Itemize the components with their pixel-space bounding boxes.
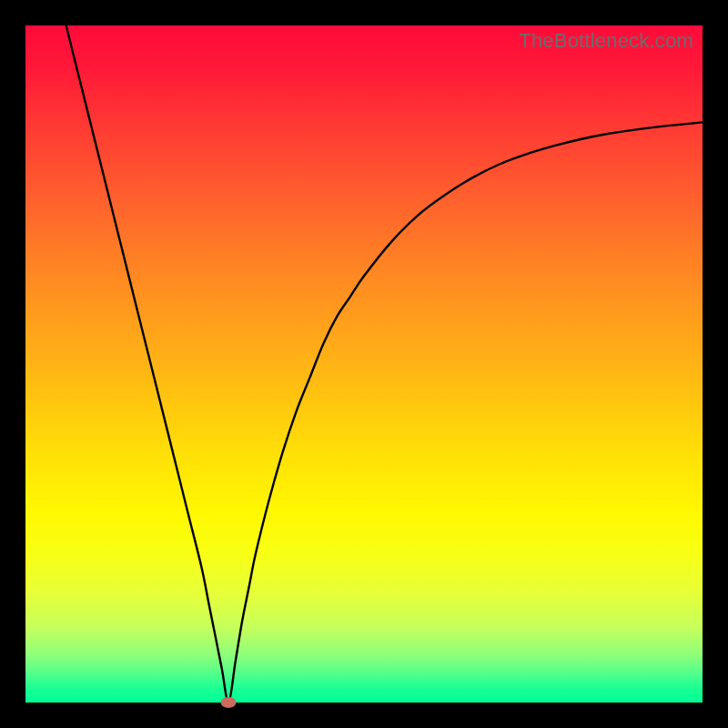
bottleneck-curve [66, 25, 703, 703]
plot-area: TheBottleneck.com [25, 25, 703, 703]
chart-frame: TheBottleneck.com [0, 0, 728, 728]
curve-svg [25, 25, 703, 703]
minimum-dot [221, 697, 237, 708]
